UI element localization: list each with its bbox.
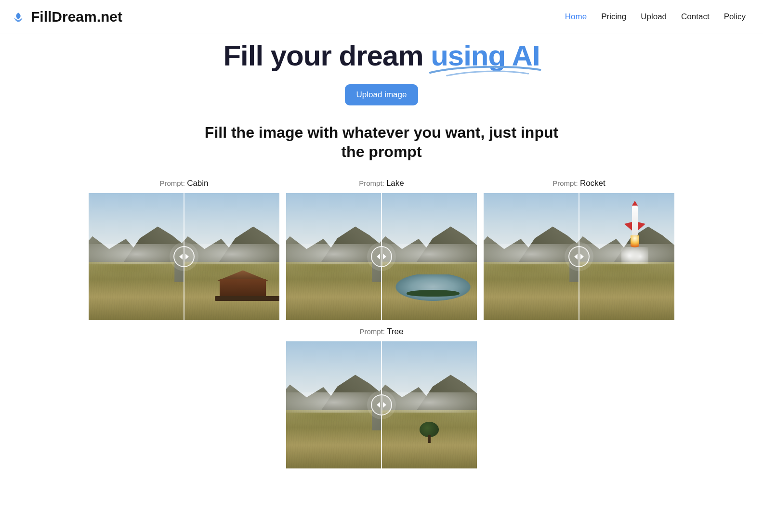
compare-before: [484, 193, 579, 320]
compare-handle[interactable]: [371, 246, 392, 267]
nav-contact[interactable]: Contact: [681, 12, 710, 22]
generated-rocket: [624, 201, 646, 259]
prompt-label: Prompt:: [553, 179, 580, 187]
chevron-left-icon: [377, 402, 380, 408]
hero-headline-accent: using AI: [431, 40, 539, 72]
nav-upload[interactable]: Upload: [641, 12, 667, 22]
chevron-left-icon: [574, 254, 578, 260]
compare-after: [184, 193, 279, 320]
chevron-right-icon: [383, 254, 386, 260]
prompt-line: Prompt: Tree: [286, 327, 477, 337]
generated-lake: [389, 274, 477, 302]
chevron-left-icon: [179, 254, 183, 260]
prompt-line: Prompt: Cabin: [89, 179, 279, 188]
hero-headline-pre: Fill your dream: [223, 39, 431, 72]
examples-grid: Prompt: Cabin Prompt: Lake: [88, 179, 675, 468]
chevron-left-icon: [377, 254, 380, 260]
prompt-value: Rocket: [580, 179, 605, 188]
prompt-label: Prompt:: [159, 179, 187, 187]
prompt-value: Lake: [386, 179, 404, 188]
logo-icon: [12, 10, 25, 24]
prompt-line: Prompt: Lake: [286, 179, 477, 188]
chevron-right-icon: [383, 402, 386, 408]
prompt-label: Prompt:: [359, 327, 387, 336]
prompt-line: Prompt: Rocket: [484, 179, 674, 188]
chevron-right-icon: [580, 254, 584, 260]
example-card-rocket: Prompt: Rocket: [484, 179, 674, 320]
main: Fill your dream using AI Upload image Fi…: [78, 40, 685, 488]
hero-headline: Fill your dream using AI: [88, 40, 675, 72]
generated-cabin: [220, 270, 266, 297]
prompt-value: Tree: [387, 327, 403, 336]
sub-headline: Fill the image with whatever you want, j…: [203, 123, 560, 161]
underline-icon: [428, 64, 542, 78]
compare-handle[interactable]: [568, 246, 590, 267]
image-compare-slider[interactable]: [286, 193, 477, 320]
compare-before: [286, 193, 382, 320]
brand-name: FillDream.net: [31, 9, 122, 25]
example-card-lake: Prompt: Lake: [286, 179, 477, 320]
prompt-label: Prompt:: [359, 179, 386, 187]
upload-image-button[interactable]: Upload image: [345, 84, 419, 105]
generated-tree: [420, 422, 439, 443]
brand[interactable]: FillDream.net: [12, 9, 122, 25]
image-compare-slider[interactable]: [89, 193, 279, 320]
nav-policy[interactable]: Policy: [724, 12, 746, 22]
image-compare-slider[interactable]: [286, 341, 477, 468]
compare-handle[interactable]: [173, 246, 195, 267]
compare-after: [382, 193, 477, 320]
compare-after: [579, 193, 674, 320]
compare-before: [286, 341, 382, 468]
nav-pricing[interactable]: Pricing: [601, 12, 626, 22]
compare-handle[interactable]: [371, 394, 392, 415]
primary-nav: Home Pricing Upload Contact Policy: [565, 12, 746, 22]
chevron-right-icon: [185, 254, 189, 260]
example-card-tree: Prompt: Tree: [286, 327, 477, 468]
nav-home[interactable]: Home: [565, 12, 587, 22]
image-compare-slider[interactable]: [484, 193, 674, 320]
prompt-value: Cabin: [187, 179, 208, 188]
example-card-cabin: Prompt: Cabin: [89, 179, 279, 320]
header: FillDream.net Home Pricing Upload Contac…: [0, 0, 763, 34]
compare-before: [89, 193, 184, 320]
compare-after: [382, 341, 477, 468]
